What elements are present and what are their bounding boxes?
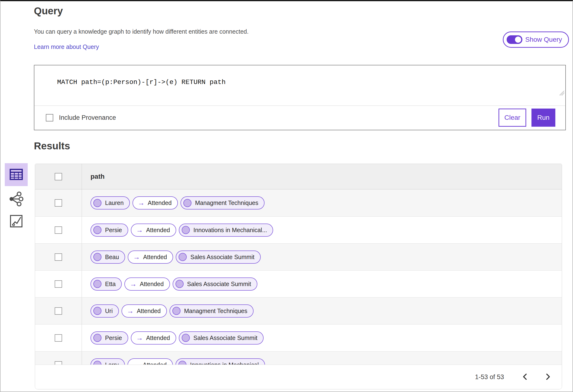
show-query-toggle[interactable]: Show Query — [503, 32, 569, 48]
relation-chip[interactable]: → Attended — [131, 331, 176, 344]
view-switcher-chart-button[interactable] — [9, 214, 23, 229]
relation-chip[interactable]: → Attended — [131, 223, 176, 237]
query-editor-panel: MATCH path=(p:Person)-[r]->(e) RETURN pa… — [34, 65, 566, 130]
learn-more-link[interactable]: Learn more about Query — [34, 43, 99, 50]
entity-node-chip[interactable]: Managment Techniques — [170, 305, 253, 318]
clear-button[interactable]: Clear — [499, 109, 526, 127]
network-graph-icon — [9, 192, 23, 207]
node-circle-icon — [183, 199, 192, 207]
person-chip-label: Larry — [105, 361, 119, 365]
entity-node-chip[interactable]: Sales Associate Summit — [173, 277, 257, 290]
row-select-cell — [35, 271, 82, 297]
row-select-cell — [35, 324, 82, 351]
relation-chip[interactable]: → Attended — [127, 358, 173, 365]
table-body: Lauren → Attended Managment Techniques P… — [35, 189, 562, 365]
run-button[interactable]: Run — [532, 109, 555, 127]
row-select-cell — [35, 189, 82, 216]
row-checkbox[interactable] — [55, 253, 62, 261]
node-circle-icon — [93, 334, 102, 342]
row-checkbox[interactable] — [55, 361, 62, 365]
arrow-right-icon: → — [130, 281, 137, 288]
node-circle-icon — [93, 226, 102, 234]
entity-chip-label: Innovations in Mechanical... — [193, 227, 267, 234]
person-node-chip[interactable]: Larry — [90, 358, 125, 365]
toggle-knob — [514, 36, 522, 43]
entity-node-chip[interactable]: Sales Associate Summit — [176, 251, 260, 264]
pagination-range-label: 1-53 of 53 — [475, 373, 504, 381]
previous-page-button[interactable] — [522, 373, 527, 381]
chevron-left-icon — [522, 373, 527, 381]
entity-chip-label: Managment Techniques — [195, 200, 258, 206]
relation-chip[interactable]: → Attended — [128, 251, 173, 264]
node-circle-icon — [172, 307, 180, 315]
node-circle-icon — [182, 226, 190, 234]
person-node-chip[interactable]: Beau — [90, 251, 125, 264]
row-checkbox[interactable] — [55, 226, 62, 234]
entity-node-chip[interactable]: Managment Techniques — [180, 196, 265, 209]
select-all-checkbox[interactable] — [55, 173, 62, 180]
row-select-cell — [35, 244, 82, 270]
path-cell: Lauren → Attended Managment Techniques — [82, 189, 562, 216]
resize-handle-icon[interactable] — [534, 82, 565, 105]
relation-chip-label: Attended — [137, 307, 161, 314]
row-checkbox[interactable] — [55, 199, 62, 207]
path-cell: Beau → Attended Sales Associate Summit — [82, 244, 562, 270]
chevron-right-icon — [546, 373, 551, 381]
query-textarea[interactable]: MATCH path=(p:Person)-[r]->(e) RETURN pa… — [34, 65, 565, 106]
show-query-label: Show Query — [525, 36, 562, 43]
person-node-chip[interactable]: Etta — [90, 277, 122, 290]
person-node-chip[interactable]: Persie — [90, 331, 128, 344]
arrow-right-icon: → — [133, 254, 140, 260]
view-switcher-table-button[interactable] — [5, 163, 28, 186]
person-chip-label: Persie — [105, 335, 122, 341]
path-cell: Etta → Attended Sales Associate Summit — [82, 271, 562, 297]
entity-node-chip[interactable]: Innovations in Mechanical... — [179, 223, 273, 237]
include-provenance-checkbox[interactable] — [46, 114, 53, 121]
relation-chip[interactable]: → Attended — [125, 277, 170, 290]
relation-chip[interactable]: → Attended — [122, 305, 167, 318]
path-column-header: path — [82, 164, 105, 189]
view-switcher-graph-button[interactable] — [8, 191, 24, 207]
node-circle-icon — [178, 361, 186, 365]
query-footer: Include Provenance Clear Run — [34, 106, 565, 129]
table-row: Beau → Attended Sales Associate Summit — [35, 243, 562, 270]
entity-node-chip[interactable]: Innovations in Mechanical — [176, 358, 265, 365]
toggle-on-icon[interactable] — [507, 35, 522, 44]
table-row: Persie → Attended Sales Associate Summit — [35, 324, 562, 351]
relation-chip-label: Attended — [143, 254, 167, 260]
row-checkbox[interactable] — [55, 307, 62, 315]
node-circle-icon — [182, 334, 190, 342]
arrow-right-icon: → — [133, 361, 140, 365]
person-node-chip[interactable]: Uri — [90, 305, 119, 318]
node-circle-icon — [93, 199, 102, 207]
table-header-row: path — [35, 164, 562, 189]
person-chip-label: Uri — [105, 307, 113, 314]
path-cell: Persie → Attended Innovations in Mechani… — [82, 217, 562, 243]
query-text: MATCH path=(p:Person)-[r]->(e) RETURN pa… — [57, 79, 226, 86]
row-checkbox[interactable] — [55, 280, 62, 288]
node-circle-icon — [93, 361, 102, 365]
results-panel: path Lauren → Attended Managment Techniq… — [35, 164, 562, 389]
table-row: Etta → Attended Sales Associate Summit — [35, 270, 562, 297]
row-checkbox[interactable] — [55, 334, 62, 342]
person-chip-label: Etta — [105, 281, 116, 288]
node-circle-icon — [93, 253, 102, 261]
person-node-chip[interactable]: Lauren — [90, 196, 130, 209]
next-page-button[interactable] — [546, 373, 551, 381]
entity-chip-label: Managment Techniques — [184, 307, 247, 314]
table-footer: 1-53 of 53 — [35, 365, 562, 389]
entity-node-chip[interactable]: Sales Associate Summit — [179, 331, 264, 344]
relation-chip-label: Attended — [146, 335, 170, 341]
include-provenance-label: Include Provenance — [59, 114, 116, 121]
arrow-right-icon: → — [127, 307, 134, 314]
row-select-cell — [35, 351, 82, 365]
path-cell: Larry → Attended Innovations in Mechanic… — [82, 351, 562, 365]
entity-chip-label: Sales Associate Summit — [187, 281, 251, 288]
person-node-chip[interactable]: Persie — [90, 223, 128, 237]
chart-box-icon — [10, 215, 23, 228]
table-icon — [10, 169, 23, 181]
path-cell: Persie → Attended Sales Associate Summit — [82, 324, 562, 351]
page-title: Query — [34, 5, 63, 17]
relation-chip[interactable]: → Attended — [132, 196, 178, 209]
arrow-right-icon: → — [136, 227, 143, 234]
